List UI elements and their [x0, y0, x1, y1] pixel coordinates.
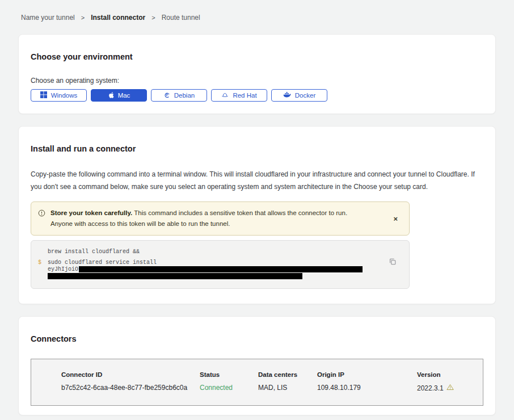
code-command-text: sudo cloudflared service install: [48, 259, 157, 266]
breadcrumb-name-your-tunnel[interactable]: Name your tunnel: [21, 14, 75, 22]
environment-card: Choose your environment Choose an operat…: [18, 34, 496, 114]
page: Name your tunnel > Install connector > R…: [0, 0, 514, 420]
token-warning-banner: Store your token carefully. This command…: [31, 201, 410, 236]
os-button-debian[interactable]: Debian: [151, 89, 207, 102]
breadcrumb: Name your tunnel > Install connector > R…: [18, 0, 496, 22]
redacted-token-bar: [48, 273, 302, 279]
token-warning-text: Store your token carefully. This command…: [50, 208, 368, 229]
os-button-label: Mac: [118, 92, 130, 99]
os-button-group: Windows Mac Debian Red Hat: [31, 89, 483, 102]
os-button-redhat[interactable]: Red Hat: [211, 89, 267, 102]
install-command-codeblock: brew install cloudflared && $ sudo cloud…: [31, 240, 410, 289]
column-connector-id: Connector ID b7c52c42-6caa-48ee-8c77-fbe…: [61, 371, 200, 392]
os-button-label: Red Hat: [233, 92, 256, 99]
redhat-icon: [221, 91, 229, 99]
shell-prompt: $: [38, 259, 48, 266]
debian-swirl-icon: [163, 91, 170, 99]
connectors-table: Connector ID b7c52c42-6caa-48ee-8c77-fbe…: [31, 359, 483, 406]
column-version: Version 2022.3.1: [417, 371, 483, 392]
column-header: Version: [417, 371, 483, 378]
os-button-windows[interactable]: Windows: [31, 89, 87, 102]
code-line-brew: brew install cloudflared &&: [38, 249, 383, 255]
install-description: Copy-paste the following command into a …: [31, 168, 483, 193]
version-value: 2022.3.1: [417, 384, 483, 392]
os-button-label: Docker: [295, 92, 315, 99]
install-card-title: Install and run a connector: [31, 138, 483, 153]
column-header: Origin IP: [317, 371, 417, 378]
token-line: eyJhIjoiO: [38, 266, 383, 272]
column-status: Status Connected: [200, 371, 258, 392]
token-prefix: eyJhIjoiO: [48, 266, 78, 272]
breadcrumb-install-connector[interactable]: Install connector: [91, 14, 145, 22]
token-warning-title: Store your token carefully.: [50, 209, 132, 216]
copy-icon[interactable]: [387, 257, 398, 268]
close-icon[interactable]: ×: [390, 213, 401, 224]
version-number: 2022.3.1: [417, 384, 444, 392]
column-header: Data centers: [258, 371, 317, 378]
connectors-card-title: Connectors: [31, 329, 483, 343]
connector-id-value: b7c52c42-6caa-48ee-8c77-fbe259cb6c0a: [61, 384, 200, 392]
origin-ip-value: 109.48.10.179: [317, 384, 417, 392]
os-button-label: Windows: [51, 92, 78, 99]
os-select-label: Choose an operating system:: [31, 77, 483, 85]
column-origin-ip: Origin IP 109.48.10.179: [317, 371, 417, 392]
os-button-docker[interactable]: Docker: [271, 89, 327, 102]
alert-circle-icon: [38, 209, 45, 220]
warning-triangle-icon: [446, 384, 454, 392]
install-card: Install and run a connector Copy-paste t…: [18, 126, 496, 304]
windows-icon: [40, 91, 47, 99]
os-button-label: Debian: [174, 92, 195, 99]
os-button-mac[interactable]: Mac: [91, 89, 147, 102]
status-badge: Connected: [200, 384, 258, 392]
column-header: Status: [200, 371, 258, 378]
environment-card-title: Choose your environment: [31, 47, 483, 61]
code-line-sudo: $ sudo cloudflared service install: [38, 259, 383, 266]
data-centers-value: MAD, LIS: [258, 384, 317, 392]
connectors-card: Connectors Connector ID b7c52c42-6caa-48…: [18, 316, 496, 415]
column-data-centers: Data centers MAD, LIS: [258, 371, 317, 392]
redacted-token-bar: [79, 266, 363, 272]
docker-whale-icon: [283, 91, 291, 99]
breadcrumb-separator: >: [151, 14, 155, 21]
apple-icon: [108, 91, 114, 100]
breadcrumb-route-tunnel[interactable]: Route tunnel: [162, 14, 200, 22]
column-header: Connector ID: [61, 371, 200, 378]
breadcrumb-separator: >: [81, 14, 85, 21]
